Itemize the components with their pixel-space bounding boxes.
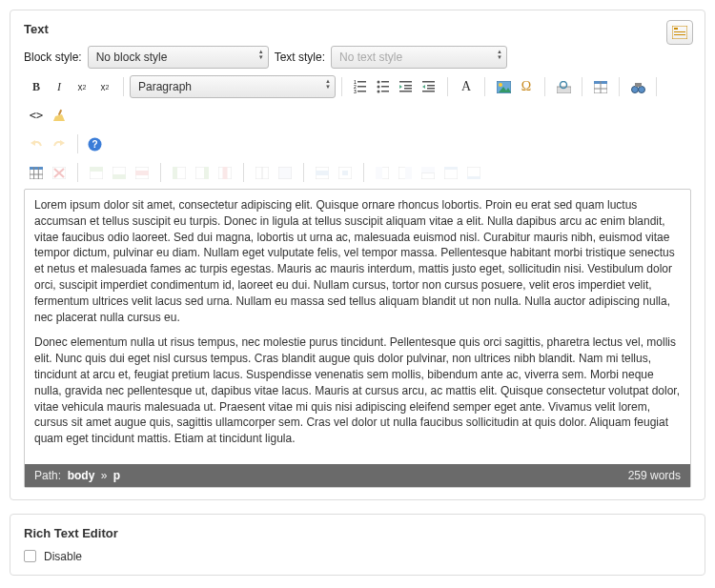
word-count: 259 words (628, 469, 681, 482)
detail-view-icon (672, 25, 687, 40)
table-misc1-button[interactable] (372, 162, 393, 183)
outdent-button[interactable] (396, 76, 417, 97)
unordered-list-icon (376, 79, 391, 94)
table-props-button[interactable] (26, 162, 47, 183)
undo-button[interactable] (26, 133, 47, 154)
table-icon (593, 79, 608, 94)
block-style-value: No block style (96, 51, 168, 64)
unordered-list-button[interactable] (373, 76, 394, 97)
indent-button[interactable] (419, 76, 439, 97)
table-misc1-icon (375, 165, 390, 180)
table-misc5-button[interactable] (463, 162, 484, 183)
find-replace-button[interactable] (627, 76, 648, 97)
ordered-list-icon: 123 (353, 79, 368, 94)
svg-point-35 (631, 86, 638, 92)
delete-table-button[interactable] (49, 162, 70, 183)
source-code-button[interactable]: <> (26, 105, 47, 126)
svg-rect-16 (399, 81, 412, 83)
delete-row-icon (134, 165, 150, 180)
table-delete-icon (51, 165, 67, 180)
undo-icon (29, 136, 44, 152)
link-icon (556, 79, 571, 94)
subscript-button[interactable]: x2 (72, 76, 92, 97)
omega-icon: Ω (519, 79, 534, 94)
subscript-icon: x2 (74, 79, 90, 94)
svg-rect-79 (467, 176, 480, 179)
svg-rect-57 (173, 167, 177, 179)
italic-icon: I (51, 79, 67, 94)
svg-rect-20 (399, 91, 412, 92)
panel-title: Text (24, 22, 691, 36)
expand-panel-button[interactable] (666, 20, 693, 45)
svg-rect-53 (112, 174, 126, 179)
text-style-label: Text style: (275, 51, 325, 64)
editor-content[interactable]: Lorem ipsum dolor sit amet, consectetur … (25, 190, 690, 464)
svg-rect-59 (204, 167, 209, 179)
row-after-button[interactable] (109, 162, 130, 183)
table-misc5-icon (466, 165, 481, 180)
special-char-button[interactable]: Ω (516, 76, 537, 97)
delete-col-button[interactable] (214, 162, 235, 183)
select-arrows-icon: ▲▼ (325, 78, 331, 90)
clear-formatting-button[interactable] (49, 105, 70, 126)
svg-rect-1 (674, 28, 678, 30)
code-icon: <> (29, 108, 44, 123)
cell-props-button[interactable] (335, 162, 356, 183)
format-select[interactable]: Paragraph ▲▼ (130, 75, 336, 98)
redo-icon (51, 136, 67, 152)
ordered-list-button[interactable]: 123 (350, 76, 371, 97)
row-props-button[interactable] (312, 162, 333, 183)
svg-rect-55 (135, 171, 149, 175)
svg-rect-23 (427, 85, 435, 87)
svg-rect-70 (376, 167, 382, 179)
split-cell-button[interactable] (252, 162, 273, 183)
insert-table-button[interactable] (590, 76, 611, 97)
text-style-select[interactable]: No text style ▲▼ (331, 46, 507, 69)
element-path[interactable]: Path: body » p (34, 469, 120, 482)
svg-rect-21 (422, 81, 435, 83)
svg-rect-72 (405, 167, 412, 179)
binoculars-icon (630, 79, 645, 94)
rich-text-editor-panel: Rich Text Editor Disable (10, 514, 705, 576)
merge-cell-button[interactable] (275, 162, 296, 183)
bold-button[interactable]: B (26, 76, 47, 97)
table-misc4-icon (443, 165, 459, 180)
redo-button[interactable] (49, 133, 70, 154)
row-before-button[interactable] (86, 162, 107, 183)
bold-icon: B (29, 79, 44, 94)
select-arrows-icon: ▲▼ (497, 49, 502, 60)
table-misc4-button[interactable] (440, 162, 461, 183)
delete-row-button[interactable] (132, 162, 153, 183)
toolbar-row-3 (24, 160, 691, 185)
delete-col-icon (217, 165, 233, 180)
row-after-icon (112, 165, 127, 180)
link-button[interactable] (553, 76, 574, 97)
table-misc2-button[interactable] (395, 162, 416, 183)
disable-checkbox[interactable] (24, 550, 36, 562)
block-style-select[interactable]: No block style ▲▼ (88, 46, 269, 69)
svg-rect-51 (90, 167, 103, 172)
panel-title: Rich Text Editor (24, 526, 691, 540)
table-misc2-icon (398, 165, 413, 180)
svg-rect-5 (358, 81, 366, 83)
italic-button[interactable]: I (49, 76, 70, 97)
svg-rect-18 (404, 85, 412, 87)
svg-rect-66 (316, 171, 329, 175)
table-misc3-icon (420, 165, 436, 180)
help-button[interactable]: ? (84, 133, 105, 154)
font-family-button[interactable]: A (456, 76, 477, 97)
toolbar-row-1: B I x2 x2 Paragraph ▲▼ 123 A Ω (24, 74, 691, 128)
superscript-button[interactable]: x2 (94, 76, 115, 97)
table-misc3-button[interactable] (418, 162, 439, 183)
svg-text:?: ? (92, 139, 97, 150)
superscript-icon: x2 (97, 79, 112, 94)
insert-image-button[interactable] (493, 76, 514, 97)
svg-rect-9 (358, 91, 366, 92)
svg-marker-17 (399, 85, 402, 89)
text-style-value: No text style (339, 51, 402, 64)
svg-rect-15 (381, 91, 389, 92)
paragraph: Lorem ipsum dolor sit amet, consectetur … (34, 197, 681, 325)
col-before-button[interactable] (169, 162, 190, 183)
col-after-button[interactable] (192, 162, 213, 183)
svg-marker-39 (53, 114, 65, 121)
